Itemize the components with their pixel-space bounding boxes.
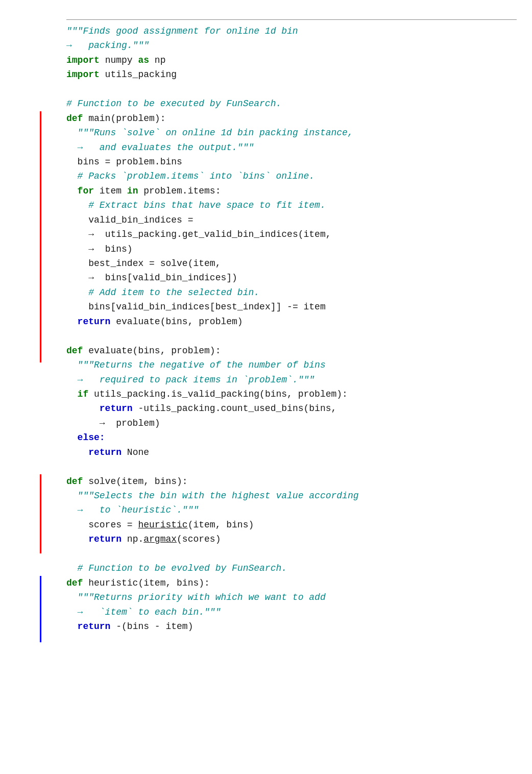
blank-line-2 — [66, 329, 517, 343]
line-comment-add: # Add item to the selected bin. — [66, 285, 517, 300]
line-else: else: — [66, 430, 517, 445]
line-comment-funsearch: # Function to be executed by FunSearch. — [66, 96, 517, 111]
line-comment-packs: # Packs `problem.items` into `bins` onli… — [66, 169, 517, 183]
solve-function-code: def solve(item, bins): """Selects the bi… — [0, 474, 532, 547]
line-def-solve: def solve(item, bins): — [66, 474, 517, 489]
line-doc-heuristic-2: → `item` to each bin.""" — [66, 605, 517, 619]
heuristic-pre-block: # Function to be evolved by FunSearch. — [0, 547, 532, 576]
line-doc-main-1: """Runs `solve` on online 1d bin packing… — [66, 126, 517, 140]
line-def-evaluate: def evaluate(bins, problem): — [66, 344, 517, 358]
line-best-index: best_index = solve(item, — [66, 256, 517, 271]
line-valid-bin-cont2: → bins) — [66, 242, 517, 256]
code-block-top: """Finds good assignment for online 1d b… — [0, 24, 532, 111]
blank-line-3 — [66, 459, 517, 474]
blank-line-1 — [66, 82, 517, 96]
line-return-none: return None — [66, 445, 517, 459]
line-for-item: for item in problem.items: — [66, 184, 517, 198]
line-docstring-2: → packing.""" — [66, 38, 517, 53]
line-def-heuristic: def heuristic(item, bins): — [66, 576, 517, 590]
line-doc-eval-1: """Returns the negative of the number of… — [66, 358, 517, 372]
line-doc-solve-1: """Selects the bin with the highest valu… — [66, 489, 517, 503]
main-function-code: def main(problem): """Runs `solve` on on… — [0, 111, 532, 329]
main-function-block: def main(problem): """Runs `solve` on on… — [0, 111, 532, 329]
line-return-heuristic: return -(bins - item) — [66, 619, 517, 634]
line-if-valid: if utils_packing.is_valid_packing(bins, … — [66, 387, 517, 401]
line-return-evaluate: return evaluate(bins, problem) — [66, 315, 517, 329]
line-doc-solve-2: → to `heuristic`.""" — [66, 503, 517, 517]
line-comment-evolved: # Function to be evolved by FunSearch. — [66, 561, 517, 575]
line-bins-assign: bins = problem.bins — [66, 155, 517, 169]
solve-function-block: def solve(item, bins): """Selects the bi… — [0, 474, 532, 547]
line-valid-bin-assign: valid_bin_indices = — [66, 213, 517, 227]
line-doc-main-2: → and evaluates the output.""" — [66, 140, 517, 155]
evaluate-block: def evaluate(bins, problem): """Returns … — [0, 329, 532, 474]
line-def-main: def main(problem): — [66, 111, 517, 126]
line-return-neg-cont: → problem) — [66, 416, 517, 430]
line-best-index-cont: → bins[valid_bin_indices]) — [66, 271, 517, 285]
heuristic-function-code: def heuristic(item, bins): """Returns pr… — [0, 576, 532, 634]
line-valid-bin-cont1: → utils_packing.get_valid_bin_indices(it… — [66, 227, 517, 241]
top-separator — [66, 19, 517, 20]
line-comment-extract: # Extract bins that have space to fit it… — [66, 198, 517, 212]
line-scores: scores = heuristic(item, bins) — [66, 518, 517, 532]
blank-line-4 — [66, 547, 517, 561]
line-doc-heuristic-1: """Returns priority with which we want t… — [66, 590, 517, 604]
line-bins-update: bins[valid_bin_indices[best_index]] -= i… — [66, 300, 517, 314]
line-doc-eval-2: → required to pack items in `problem`.""… — [66, 373, 517, 387]
heuristic-function-block: def heuristic(item, bins): """Returns pr… — [0, 576, 532, 634]
line-return-neg: return -utils_packing.count_used_bins(bi… — [66, 401, 517, 416]
code-container: """Finds good assignment for online 1d b… — [0, 10, 532, 774]
line-docstring-1: """Finds good assignment for online 1d b… — [66, 24, 517, 38]
line-import-numpy: import numpy as np — [66, 53, 517, 67]
line-return-argmax: return np.argmax(scores) — [66, 532, 517, 546]
line-import-utils: import utils_packing — [66, 67, 517, 82]
